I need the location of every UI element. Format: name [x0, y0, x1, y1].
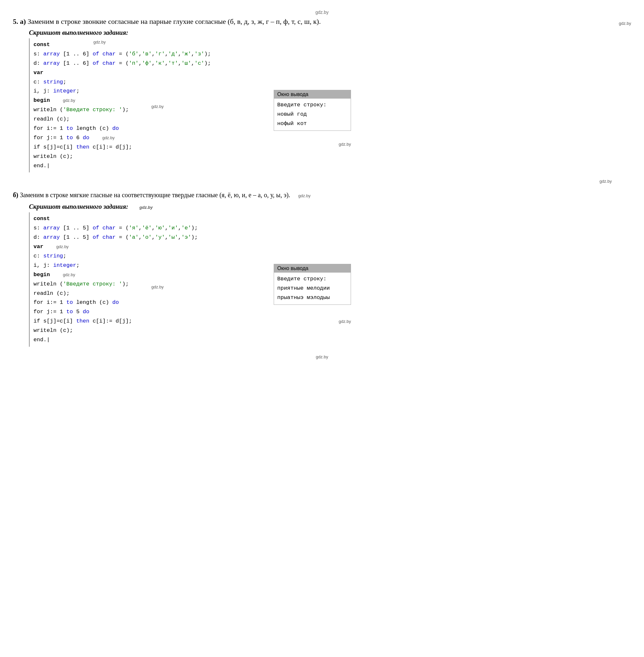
code-line-s-a: s: array [1 .. 6] of char = ('б','в','г'…	[33, 50, 225, 59]
code-line-writelnc-a: writeln (c);	[33, 152, 225, 161]
code-line-var-b: var gdz.by	[33, 242, 225, 251]
code-line-const-b: const	[33, 214, 225, 224]
code-line-readln-b: readln (c);	[33, 289, 225, 298]
output-box-a: Окно вывода Введите строку: новый год но…	[274, 90, 351, 131]
code-line-fori-b: for i:= 1 to length (c) do	[33, 298, 225, 307]
watermark-code-a-mid: gdz.by	[151, 104, 164, 109]
watermark-top: gdz.by	[13, 10, 631, 15]
watermark-output-b-right: gdz.by	[339, 319, 351, 324]
code-line-var-a: var	[33, 68, 225, 78]
code-line-d-b: d: array [1 .. 5] of char = ('а','о','у'…	[33, 233, 225, 242]
output-line-b-2: приятные мелодии	[277, 284, 347, 293]
watermark-b-inline: gdz.by	[298, 193, 310, 198]
watermark-begin-b: gdz.by	[63, 272, 75, 277]
code-line-ij-a: i, j: integer;	[33, 87, 225, 96]
code-line-d-a: d: array [1 .. 6] of char = ('п','ф','к'…	[33, 59, 225, 68]
watermark-bottom: gdz.by	[316, 354, 328, 359]
code-line-writelnc-b: writeln (c);	[33, 326, 225, 335]
code-line-end-a: end.|	[33, 161, 225, 171]
watermark-output-a-right: gdz.by	[339, 142, 351, 147]
code-section-b: const s: array [1 .. 5] of char = ('я','…	[29, 212, 631, 346]
code-line-fori-a: for i:= 1 to length (c) do	[33, 124, 225, 133]
code-line-begin-a: begin gdz.by	[33, 96, 225, 105]
task-number: 5.	[13, 17, 18, 25]
watermark-begin-a: gdz.by	[63, 98, 75, 103]
screenshot-label-b: Скриншот выполненного задания: gdz.by	[29, 203, 631, 211]
output-title-b: Окно вывода	[274, 264, 351, 272]
part-b-label: б)	[13, 191, 18, 198]
output-body-b: Введите строку: приятные мелодии прыатны…	[274, 272, 351, 305]
part-b-intro: б) Заменим в строке мягкие гласные на со…	[13, 190, 631, 200]
code-line-begin-b: begin gdz.by	[33, 270, 225, 280]
code-line-writeln-a: writeln ('Введите строку: ');	[33, 105, 225, 115]
code-line-c-a: c: string;	[33, 78, 225, 87]
part-a-label: а)	[20, 17, 26, 25]
watermark-code-b-mid: gdz.by	[151, 285, 164, 289]
section-b: б) Заменим в строке мягкие гласные на со…	[13, 190, 631, 200]
output-line-a-1: Введите строку:	[277, 101, 347, 110]
part-b-text: Заменим в строке мягкие гласные на соотв…	[20, 191, 291, 198]
watermark-var-b: gdz.by	[56, 244, 69, 249]
code-line-const-a: const	[33, 40, 225, 50]
code-line-readln-a: readln (c);	[33, 115, 225, 124]
output-box-b: Окно вывода Введите строку: приятные мел…	[274, 264, 351, 305]
code-line-if-a: if s[j]=c[i] then c[i]:= d[j];	[33, 143, 225, 152]
code-line-writeln-b: writeln ('Введите строку: ');	[33, 280, 225, 289]
code-line-ij-b: i, j: integer;	[33, 261, 225, 270]
output-line-b-3: прыатныэ мэлодыы	[277, 293, 347, 303]
watermark-code-a-top: gdz.by	[93, 40, 106, 44]
screenshot-label-a: Скриншот выполненного задания:	[29, 29, 631, 37]
code-section-a: gdz.by const s: array [1 .. 6] of char =…	[29, 38, 631, 172]
output-line-a-3: нофый кот	[277, 119, 347, 129]
code-line-forj-b: for j:= 1 to 5 do	[33, 307, 225, 317]
code-line-s-b: s: array [1 .. 5] of char = ('я','ё','ю'…	[33, 224, 225, 233]
output-line-b-1: Введите строку:	[277, 275, 347, 284]
part-a-text: Заменим в строке звонкие согласные на па…	[28, 17, 321, 25]
watermark-after-a: gdz.by	[600, 179, 612, 184]
watermark-header-right: gdz.by	[619, 21, 631, 26]
code-line-end-b: end.|	[33, 335, 225, 345]
output-title-a: Окно вывода	[274, 90, 351, 98]
code-line-forj-a: for j:= 1 to 6 do gdz.by	[33, 133, 225, 143]
code-line-c-b: c: string;	[33, 251, 225, 261]
task-title: 5. а) Заменим в строке звонкие согласные…	[13, 17, 321, 25]
code-block-a: const s: array [1 .. 6] of char = ('б','…	[29, 38, 229, 172]
code-block-b: const s: array [1 .. 5] of char = ('я','…	[29, 212, 229, 346]
watermark-forj-a: gdz.by	[102, 135, 115, 140]
watermark-screenlabel-b: gdz.by	[139, 205, 153, 210]
output-line-a-2: новый год	[277, 110, 347, 119]
output-body-a: Введите строку: новый год нофый кот	[274, 98, 351, 131]
code-line-if-b: if s[j]=c[i] then c[i]:= d[j];	[33, 317, 225, 326]
